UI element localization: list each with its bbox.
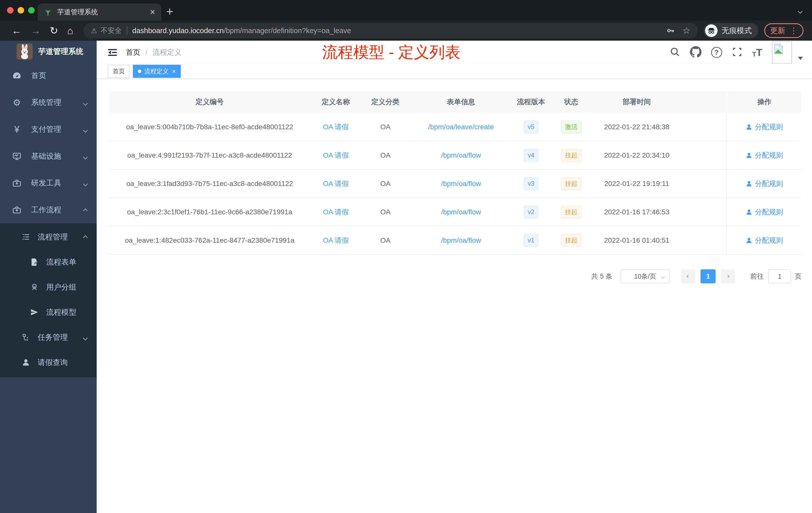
cell-definition-name: OA 请假 <box>310 198 361 226</box>
new-tab-button[interactable]: + <box>166 4 173 18</box>
browser-menu-dots-icon[interactable]: ⋮ <box>790 26 798 35</box>
sidebar-item-process-management[interactable]: 流程管理 <box>0 224 97 249</box>
monitor-icon <box>11 152 22 161</box>
definition-name-link[interactable]: OA 请假 <box>323 179 349 188</box>
breadcrumb-home[interactable]: 首页 <box>126 48 140 58</box>
user-avatar-broken-image[interactable] <box>772 41 792 63</box>
dashboard-icon <box>11 71 22 81</box>
tag-home[interactable]: 首页 <box>108 65 130 78</box>
workflow-submenu: 流程管理 流程表单 <box>0 223 97 378</box>
github-icon[interactable] <box>690 46 701 59</box>
browser-tab[interactable]: 芋道管理系统 × <box>38 3 161 21</box>
browser-tab-strip: 芋道管理系统 × + <box>0 0 812 21</box>
help-question-icon[interactable]: ? <box>711 47 722 58</box>
cell-category: OA <box>361 141 409 169</box>
definition-name-link[interactable]: OA 请假 <box>323 151 349 160</box>
home-icon[interactable]: ⌂ <box>67 26 73 36</box>
forward-icon[interactable]: → <box>31 26 41 36</box>
status-badge: 挂起 <box>561 234 581 247</box>
window-controls <box>7 7 35 13</box>
version-badge: v5 <box>524 120 538 133</box>
sidebar-item-workflow[interactable]: 工作流程 <box>0 197 97 223</box>
sidebar-item-home[interactable]: 首页 <box>0 62 97 89</box>
sidebar-item-dev-tools[interactable]: 研发工具 <box>0 170 97 197</box>
tag-process-definition[interactable]: 流程定义 × <box>133 65 181 78</box>
assign-rule-link[interactable]: 分配规则 <box>746 179 783 188</box>
cell-gap <box>680 227 726 254</box>
status-badge: 挂起 <box>561 177 581 190</box>
browser-update-button[interactable]: 更新 ⋮ <box>764 23 804 38</box>
assign-rule-link[interactable]: 分配规则 <box>746 122 783 132</box>
tags-view-bar: 首页 流程定义 × <box>97 64 812 79</box>
assign-rule-link[interactable]: 分配规则 <box>746 236 783 245</box>
goto-page-input[interactable] <box>768 269 791 283</box>
sidebar-item-process-model[interactable]: 流程模型 <box>0 300 97 325</box>
sidebar-item-user-group[interactable]: 用户分组 <box>0 275 97 300</box>
table-row: oa_leave:4:991f2193-7b7f-11ec-a3c8-acde4… <box>109 141 802 170</box>
password-key-icon[interactable] <box>666 26 675 35</box>
tasks-icon <box>21 333 31 341</box>
cell-category: OA <box>361 113 409 141</box>
cell-definition-id: oa_leave:5:004b710b-7b8a-11ec-8ef0-acde4… <box>109 113 310 141</box>
cell-action: 分配规则 <box>726 141 802 169</box>
definition-name-link[interactable]: OA 请假 <box>323 207 349 217</box>
toolbox-icon <box>11 178 22 188</box>
assign-rule-link[interactable]: 分配规则 <box>746 207 783 217</box>
current-page-button[interactable]: 1 <box>700 269 716 283</box>
sidebar-item-leave-query[interactable]: 请假查询 <box>0 350 97 375</box>
definition-name-link[interactable]: OA 请假 <box>323 236 349 245</box>
column-header: 部署时间 <box>593 91 680 113</box>
active-tag-dot <box>138 69 141 73</box>
cell-form-info: /bpm/oa/flow <box>409 141 513 169</box>
column-header: 定义编号 <box>109 91 310 113</box>
form-link[interactable]: /bpm/oa/flow <box>441 180 481 188</box>
sidebar-item-process-form[interactable]: 流程表单 <box>0 249 97 275</box>
app-logo-row[interactable]: 芋道管理系统 <box>0 41 97 62</box>
tab-search-chevron-icon[interactable] <box>799 9 802 14</box>
sidebar-item-system[interactable]: ⚙ 系统管理 <box>0 89 97 116</box>
avatar-caret-down-icon[interactable] <box>798 57 803 60</box>
sidebar-item-task-management[interactable]: 任务管理 <box>0 325 97 350</box>
table-row: oa_leave:3:1fad3d93-7b75-11ec-a3c8-acde4… <box>109 170 802 198</box>
minimize-window-button[interactable] <box>18 7 24 13</box>
form-link[interactable]: /bpm/oa/flow <box>441 236 481 244</box>
cell-version: v4 <box>513 141 549 169</box>
sidebar-fold-icon[interactable] <box>107 47 118 58</box>
bookmark-star-icon[interactable]: ☆ <box>683 25 691 36</box>
fullscreen-icon[interactable] <box>732 47 743 58</box>
column-header: 表单信息 <box>409 91 513 113</box>
next-page-button[interactable] <box>721 269 735 283</box>
close-window-button[interactable] <box>7 7 13 13</box>
definition-name-link[interactable]: OA 请假 <box>323 122 349 132</box>
breadcrumb-separator: / <box>145 49 147 57</box>
user-icon <box>746 152 753 159</box>
tag-close-icon[interactable]: × <box>172 67 176 75</box>
zoom-window-button[interactable] <box>28 7 35 13</box>
search-icon[interactable] <box>669 47 680 58</box>
yudao-favicon-plant-icon <box>44 8 52 16</box>
form-link[interactable]: /bpm/oa/leave/create <box>428 123 494 131</box>
font-size-icon[interactable]: T T <box>752 47 762 58</box>
reload-icon[interactable]: ↻ <box>50 26 58 36</box>
cell-status: 挂起 <box>549 227 593 254</box>
chevron-down-icon <box>84 333 87 341</box>
page-size-select[interactable]: 10条/页 <box>620 269 670 283</box>
form-link[interactable]: /bpm/oa/flow <box>441 208 481 216</box>
person-icon <box>21 358 31 367</box>
sidebar-item-label: 流程模型 <box>46 307 76 318</box>
cell-version: v5 <box>513 113 549 141</box>
sidebar-item-infrastructure[interactable]: 基础设施 <box>0 143 97 170</box>
back-icon[interactable]: ← <box>11 26 22 36</box>
url-divider <box>127 26 127 35</box>
security-label[interactable]: 不安全 <box>101 26 122 35</box>
incognito-icon <box>705 24 718 37</box>
cell-definition-id: oa_leave:1:482ec033-762a-11ec-8477-a2380… <box>109 227 310 254</box>
sidebar-item-payment[interactable]: ¥ 支付管理 <box>0 116 97 143</box>
prev-page-button[interactable] <box>681 269 696 283</box>
form-link[interactable]: /bpm/oa/flow <box>441 151 481 159</box>
address-bar[interactable]: ⚠ 不安全 dashboard.yudao.iocoder.cn /bpm/ma… <box>83 23 698 38</box>
tab-close-icon[interactable]: × <box>150 7 155 17</box>
assign-rule-link[interactable]: 分配规则 <box>746 151 783 160</box>
cell-gap <box>680 170 726 198</box>
list-icon <box>21 233 31 241</box>
